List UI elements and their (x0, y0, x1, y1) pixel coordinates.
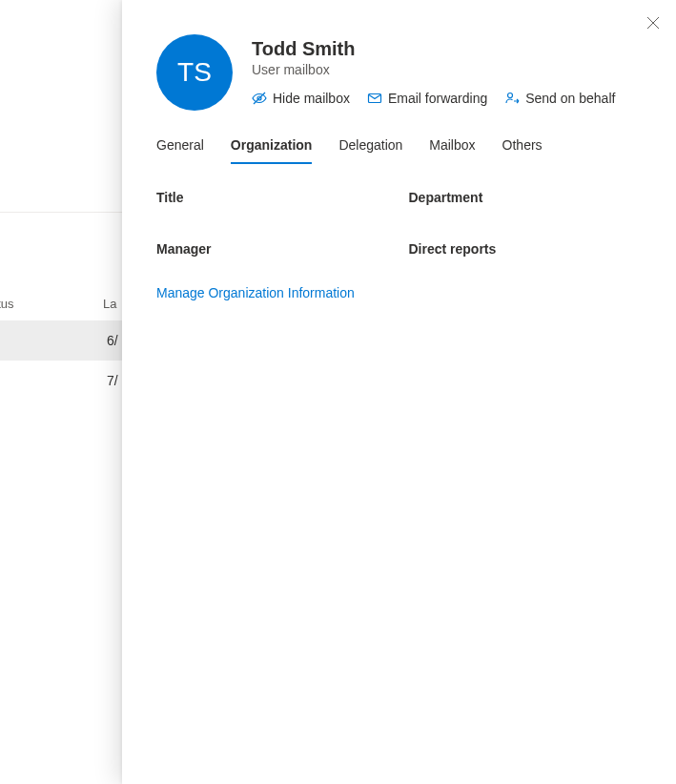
panel-content: TS Todd Smith User mailbox Hide mailbox (122, 0, 676, 300)
details-panel: TS Todd Smith User mailbox Hide mailbox (122, 0, 676, 784)
action-label: Hide mailbox (273, 91, 350, 106)
table-row[interactable]: 7/ (0, 361, 124, 401)
manager-label: Manager (156, 241, 390, 257)
row-date: 6/ (107, 333, 118, 348)
column-header-status: atus (0, 297, 14, 311)
background-column-headers: atus La (0, 286, 124, 320)
background-divider (0, 212, 124, 213)
background-list: atus La 6/ 7/ (0, 0, 124, 784)
tab-organization[interactable]: Organization (231, 137, 313, 164)
column-header-last: La (103, 297, 116, 311)
tab-bar: General Organization Delegation Mailbox … (156, 137, 642, 165)
email-forwarding-action[interactable]: Email forwarding (367, 91, 487, 106)
mail-forward-icon (367, 91, 382, 106)
organization-fields: Title Department Manager Direct reports (156, 190, 642, 257)
hide-mailbox-action[interactable]: Hide mailbox (252, 91, 350, 106)
user-name: Todd Smith (252, 38, 615, 60)
avatar: TS (156, 34, 233, 111)
header-info: Todd Smith User mailbox Hide mailbox (252, 34, 615, 106)
action-bar: Hide mailbox Email forwarding (252, 91, 615, 106)
user-subtitle: User mailbox (252, 62, 615, 77)
direct-reports-label: Direct reports (409, 241, 643, 257)
panel-header: TS Todd Smith User mailbox Hide mailbox (156, 34, 642, 111)
avatar-initials: TS (177, 57, 212, 88)
action-label: Send on behalf (525, 91, 615, 106)
table-row[interactable]: 6/ (0, 320, 124, 361)
svg-point-5 (508, 93, 513, 98)
tab-delegation[interactable]: Delegation (338, 137, 402, 164)
action-label: Email forwarding (388, 91, 487, 106)
manage-organization-link[interactable]: Manage Organization Information (156, 285, 355, 300)
tab-others[interactable]: Others (502, 137, 543, 164)
title-label: Title (156, 190, 390, 205)
hide-icon (252, 91, 267, 106)
tab-general[interactable]: General (156, 137, 204, 164)
close-button[interactable] (638, 8, 668, 38)
department-label: Department (409, 190, 643, 205)
send-on-behalf-action[interactable]: Send on behalf (504, 91, 615, 106)
person-send-icon (504, 91, 520, 106)
tab-mailbox[interactable]: Mailbox (429, 137, 475, 164)
close-icon (646, 16, 660, 30)
row-date: 7/ (107, 373, 118, 388)
